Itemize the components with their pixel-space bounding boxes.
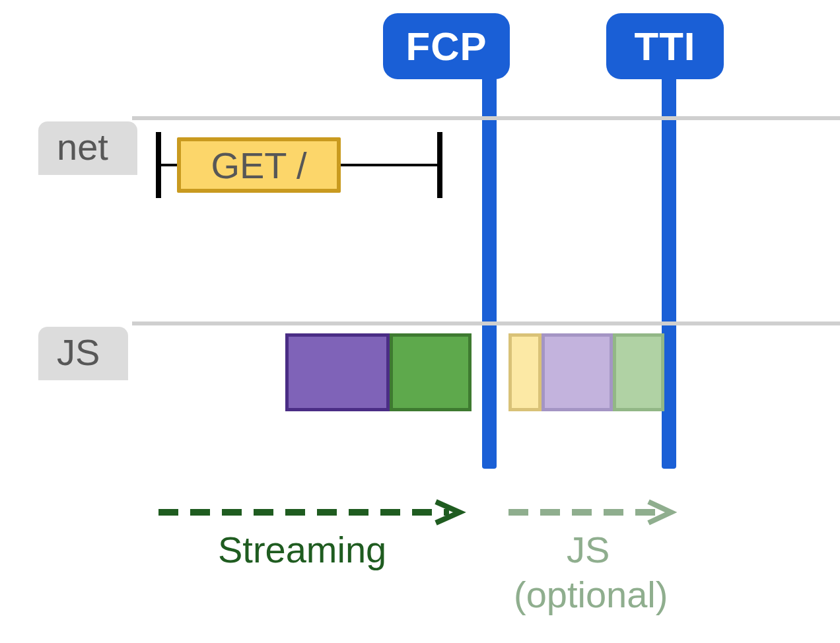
streaming-arrow-icon <box>158 499 469 525</box>
net-row-label: net <box>38 121 137 175</box>
js-row-label: JS <box>38 327 128 380</box>
timeline-diagram: FCP TTI net GET / JS Streaming JS (optio… <box>0 0 840 643</box>
js-row-line <box>132 322 840 325</box>
js-block-green-light <box>613 333 664 411</box>
js-block-purple <box>285 333 390 411</box>
fcp-marker-line <box>482 26 497 469</box>
js-block-purple-light <box>542 333 613 411</box>
js-optional-sublabel: (optional) <box>514 573 668 616</box>
streaming-label: Streaming <box>218 528 386 571</box>
js-block-green <box>390 333 472 411</box>
fcp-marker-badge: FCP <box>383 13 510 79</box>
net-row-line <box>132 116 840 120</box>
js-optional-label: JS <box>567 528 610 571</box>
js-optional-arrow-icon <box>508 499 680 525</box>
net-request-span: GET / <box>156 132 442 198</box>
js-block-yellow-light <box>508 333 542 411</box>
net-request-box: GET / <box>177 137 341 193</box>
tti-marker-badge: TTI <box>606 13 724 79</box>
